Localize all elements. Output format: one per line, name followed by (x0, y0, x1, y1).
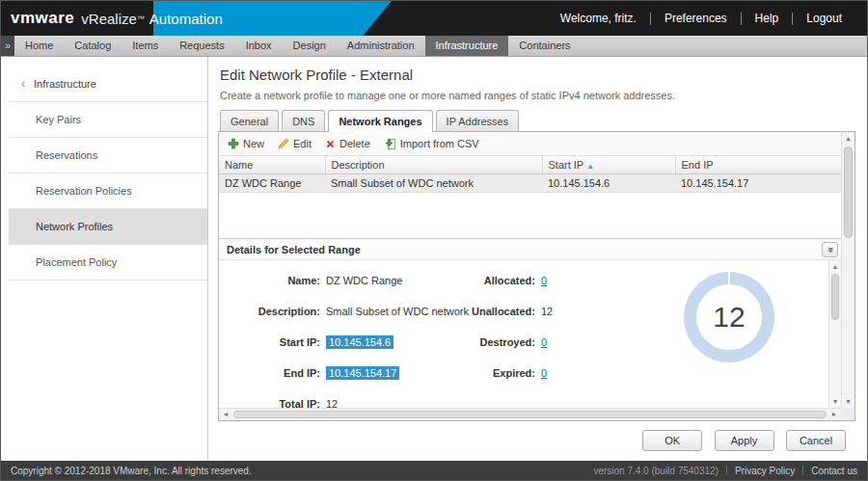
description-label: Description: (219, 306, 326, 317)
details-header: Details for Selected Range » (219, 239, 841, 260)
welcome-text: Welcome, fritz. (560, 12, 648, 25)
sidebar-item-reservation-policies[interactable]: Reservation Policies (9, 174, 207, 209)
column-header-start-ip[interactable]: Start IP▲ (542, 156, 675, 174)
scroll-left-icon[interactable]: ◄ (219, 409, 232, 420)
nav-tab-catalog[interactable]: Catalog (64, 36, 122, 56)
double-chevron-down-icon: » (826, 247, 835, 253)
ranges-table: Name Description Start IP▲ End IP DZ WDC… (219, 156, 841, 193)
sidebar-back-infrastructure[interactable]: ‹ Infrastructure (9, 67, 207, 102)
scroll-right-icon[interactable]: ► (827, 409, 841, 420)
name-value: DZ WDC Range (326, 275, 402, 286)
destroyed-link[interactable]: 0 (541, 336, 547, 348)
chevron-left-icon: ‹ (21, 77, 25, 91)
scroll-up-icon[interactable]: ▲ (829, 260, 841, 273)
logout-link[interactable]: Logout (795, 12, 854, 25)
separator (792, 13, 793, 25)
column-header-start-ip-label: Start IP (549, 159, 584, 171)
import-csv-button[interactable]: Import from CSV (379, 136, 488, 152)
stat-row-expired: Expired: 0 (441, 364, 672, 382)
nav-tab-administration[interactable]: Administration (337, 36, 425, 56)
end-ip-value: 10.145.154.17 (326, 366, 399, 380)
donut-notch (728, 272, 730, 284)
tab-network-ranges[interactable]: Network Ranges (328, 110, 432, 131)
nav-tab-infrastructure[interactable]: Infrastructure (425, 36, 509, 56)
expired-label: Expired: (441, 367, 541, 379)
sidebar-item-placement-policy[interactable]: Placement Policy (9, 245, 207, 281)
column-header-description[interactable]: Description (325, 156, 542, 174)
table-row[interactable]: DZ WDC Range Small Subset of WDC network… (219, 174, 841, 193)
sidebar-item-network-profiles[interactable]: Network Profiles (9, 209, 207, 245)
scroll-down-icon[interactable]: ▼ (829, 395, 841, 408)
destroyed-label: Destroyed: (441, 336, 541, 348)
ok-button[interactable]: OK (642, 430, 702, 451)
scroll-up-icon[interactable]: ▲ (842, 132, 854, 145)
import-button-label: Import from CSV (400, 138, 479, 149)
details-stats-column: Allocated: 0 Unallocated: 12 Destroyed: … (441, 272, 672, 395)
contact-us-link[interactable]: Contact us (811, 466, 857, 476)
page-subtitle: Create a network profile to manage one o… (220, 90, 855, 101)
column-header-name[interactable]: Name (219, 156, 325, 174)
nav-tab-home[interactable]: Home (14, 36, 64, 56)
column-header-end-ip-label: End IP (682, 159, 714, 171)
start-ip-label: Start IP: (219, 336, 326, 348)
stat-row-allocated: Allocated: 0 (441, 272, 672, 289)
sidebar-item-reservations[interactable]: Reservations (9, 138, 207, 174)
sidebar-back-label: Infrastructure (34, 78, 96, 90)
collapse-panel-button[interactable]: » (822, 242, 838, 257)
separator (802, 466, 803, 475)
logo-product-text: vRealize (81, 11, 137, 27)
logo-trademark: ™ (137, 14, 145, 23)
allocated-link[interactable]: 0 (541, 275, 547, 286)
privacy-policy-link[interactable]: Privacy Policy (735, 466, 795, 476)
main-content: Edit Network Profile - External Create a… (208, 57, 867, 461)
details-scroll-thumb[interactable] (831, 274, 839, 320)
tab-ip-addresses[interactable]: IP Addresses (436, 110, 520, 131)
sidebar-item-key-pairs[interactable]: Key Pairs (9, 102, 207, 138)
nav-tab-containers[interactable]: Containers (508, 36, 581, 56)
footer-right: version 7.4.0 (build 7540312) Privacy Po… (593, 466, 857, 476)
new-button[interactable]: New (223, 136, 273, 151)
body-row: ‹ Infrastructure Key Pairs Reservations … (1, 57, 867, 461)
help-link[interactable]: Help (744, 12, 791, 25)
details-panel: Details for Selected Range » Name: DZ WD… (219, 238, 841, 408)
scrollbar-corner (841, 408, 854, 420)
plus-icon (228, 138, 239, 149)
cancel-button[interactable]: Cancel (786, 430, 846, 451)
field-row-total-ip: Total IP: 12 (219, 395, 528, 408)
name-label: Name: (219, 275, 326, 286)
cell-end-ip: 10.145.154.17 (675, 174, 841, 193)
app-footer: Copyright © 2012-2018 VMware, Inc. All r… (1, 461, 867, 480)
horizontal-scroll-thumb[interactable] (233, 411, 827, 418)
nav-tab-items[interactable]: Items (122, 36, 169, 56)
pencil-icon (278, 138, 289, 149)
cell-description: Small Subset of WDC network (325, 174, 542, 193)
allocated-label: Allocated: (441, 275, 541, 286)
unallocated-label: Unallocated: (441, 306, 541, 317)
column-header-end-ip[interactable]: End IP (675, 156, 841, 174)
preferences-link[interactable]: Preferences (653, 12, 739, 25)
start-ip-value: 10.145.154.6 (326, 335, 393, 349)
version-text: version 7.4.0 (build 7540312) (593, 466, 719, 476)
edit-button[interactable]: Edit (273, 136, 320, 151)
expired-link[interactable]: 0 (541, 367, 547, 379)
table-header-row: Name Description Start IP▲ End IP (219, 156, 841, 174)
tab-general[interactable]: General (220, 110, 279, 131)
sidebar: ‹ Infrastructure Key Pairs Reservations … (1, 57, 208, 461)
app-header: vmware vRealize ™ Automation Welcome, fr… (1, 1, 867, 36)
copyright-text: Copyright © 2012-2018 VMware, Inc. All r… (11, 466, 252, 476)
total-ip-label: Total IP: (219, 398, 326, 408)
total-ip-value: 12 (326, 398, 338, 408)
nav-tab-design[interactable]: Design (283, 36, 337, 56)
nav-tab-inbox[interactable]: Inbox (235, 36, 283, 56)
nav-expand-button[interactable]: » (1, 36, 14, 56)
tab-dns[interactable]: DNS (282, 110, 325, 131)
panel-inner: New Edit Delete Import from CSV (219, 132, 841, 408)
delete-button[interactable]: Delete (320, 136, 379, 151)
delete-x-icon (325, 139, 336, 149)
scroll-down-icon[interactable]: ▼ (842, 395, 854, 408)
page-title: Edit Network Profile - External (220, 67, 855, 83)
vertical-scroll-thumb[interactable] (844, 147, 853, 238)
apply-button[interactable]: Apply (715, 430, 774, 451)
nav-tab-requests[interactable]: Requests (169, 36, 234, 56)
main-navbar: » Home Catalog Items Requests Inbox Desi… (1, 36, 867, 57)
